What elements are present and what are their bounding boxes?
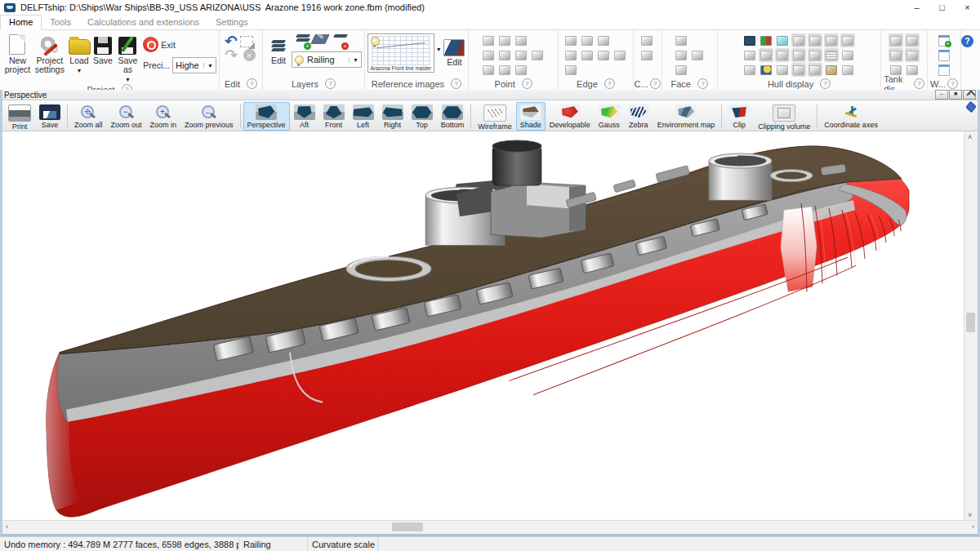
scroll-right-icon[interactable]: ›: [972, 522, 974, 531]
ribbon-tool-icon[interactable]: [937, 33, 951, 47]
group-help-icon[interactable]: ?: [697, 78, 708, 89]
gauss-button[interactable]: Gauss: [595, 102, 624, 131]
ribbon-tool-icon[interactable]: [674, 33, 688, 47]
delete-layer-icon[interactable]: ×: [332, 34, 345, 47]
zebra-button[interactable]: Zebra: [624, 102, 653, 131]
ribbon-tool-icon[interactable]: [937, 63, 951, 77]
menu-tab-home[interactable]: Home: [0, 15, 42, 30]
ribbon-tool-icon[interactable]: [742, 63, 757, 77]
group-help-icon[interactable]: ?: [604, 78, 615, 89]
vertical-scrollbar[interactable]: ˄ ˅: [964, 131, 978, 521]
save-button[interactable]: Save: [91, 32, 114, 65]
ribbon-tool-icon[interactable]: [775, 63, 790, 77]
ribbon-tool-icon[interactable]: [791, 33, 806, 47]
layer-select[interactable]: Railing ▼: [292, 51, 362, 68]
menu-tab-tools[interactable]: Tools: [42, 16, 79, 29]
ribbon-tool-icon[interactable]: [759, 63, 773, 77]
zoom-out-button[interactable]: −Zoom out: [107, 102, 146, 131]
ribbon-tool-icon[interactable]: [514, 48, 528, 62]
scroll-down-icon[interactable]: ˅: [968, 511, 972, 519]
ribbon-tool-icon[interactable]: [905, 33, 920, 47]
clipping-volume-button[interactable]: Clipping volume: [754, 102, 814, 132]
help-icon[interactable]: ?: [961, 35, 973, 47]
ribbon-tool-icon[interactable]: [674, 63, 688, 77]
ribbon-tool-icon[interactable]: [639, 48, 654, 62]
ribbon-tool-icon[interactable]: [905, 48, 920, 62]
zoom-all-button[interactable]: ✣Zoom all: [70, 102, 107, 131]
redo-icon[interactable]: ↷: [222, 48, 240, 62]
ribbon-tool-icon[interactable]: [497, 33, 512, 47]
ribbon-tool-icon[interactable]: [808, 48, 822, 62]
save-as-button[interactable]: Save as ▼: [114, 32, 142, 84]
project-settings-button[interactable]: Project settings: [33, 32, 67, 74]
ribbon-tool-icon[interactable]: [497, 48, 512, 62]
ribbon-tool-icon[interactable]: [564, 48, 578, 62]
visibility-bulb-icon[interactable]: [295, 56, 304, 64]
ribbon-tool-icon[interactable]: [808, 33, 822, 47]
ribbon-tool-icon[interactable]: [824, 48, 839, 62]
rename-layer-icon[interactable]: [310, 34, 330, 44]
environment-map-button[interactable]: Environment map: [653, 102, 719, 131]
ribbon-tool-icon[interactable]: [612, 48, 627, 62]
zoom-in-button[interactable]: +Zoom in: [146, 102, 181, 131]
top-button[interactable]: Top: [408, 102, 437, 131]
load-button[interactable]: Load ▼: [67, 32, 92, 75]
edit-layers-button[interactable]: Edit: [265, 32, 292, 65]
perspective-button[interactable]: Perspective: [243, 102, 290, 131]
delete-icon[interactable]: ×: [240, 48, 258, 62]
right-button[interactable]: Right: [378, 102, 408, 131]
ribbon-tool-icon[interactable]: [889, 33, 903, 47]
zoom-previous-button[interactable]: ←Zoom previous: [180, 102, 238, 131]
ribbon-tool-icon[interactable]: [742, 48, 757, 62]
ribbon-tool-icon[interactable]: [580, 33, 595, 47]
save-as-dropdown-arrow[interactable]: ▼: [125, 75, 131, 84]
ribbon-tool-icon[interactable]: [596, 48, 611, 62]
ribbon-tool-icon[interactable]: [824, 33, 839, 47]
ribbon-tool-icon[interactable]: [497, 63, 512, 77]
aft-button[interactable]: Aft: [290, 102, 319, 131]
save-button[interactable]: Save: [35, 102, 65, 131]
coordinate-axes-button[interactable]: Coordinate axes: [820, 102, 882, 131]
maximize-button[interactable]: □: [929, 0, 955, 15]
ribbon-tool-icon[interactable]: [937, 48, 951, 62]
wireframe-button[interactable]: Wireframe: [474, 102, 516, 132]
horizontal-scrollbar[interactable]: ‹ ›: [2, 520, 978, 534]
menu-tab-calculations-and-extensions[interactable]: Calculations and extensions: [79, 16, 207, 29]
ribbon-tool-icon[interactable]: [481, 33, 496, 47]
edit-reference-image-button[interactable]: Edit: [443, 33, 466, 67]
front-button[interactable]: Front: [319, 102, 349, 131]
ribbon-tool-icon[interactable]: [481, 48, 496, 62]
group-help-icon[interactable]: ?: [650, 78, 661, 89]
visibility-bulb-icon[interactable]: [371, 37, 380, 46]
vertical-scrollbar-thumb[interactable]: [966, 313, 975, 332]
load-dropdown-arrow[interactable]: ▼: [77, 66, 82, 75]
horizontal-scrollbar-thumb[interactable]: [392, 522, 423, 531]
group-help-icon[interactable]: ?: [247, 78, 257, 89]
select-tool-icon[interactable]: [240, 34, 256, 48]
reference-image-thumbnail[interactable]: Arazona Front line master: [368, 33, 434, 73]
new-project-button[interactable]: New project: [2, 32, 33, 74]
left-button[interactable]: Left: [349, 102, 378, 131]
ribbon-tool-icon[interactable]: [514, 63, 528, 77]
group-help-icon[interactable]: ?: [325, 78, 336, 89]
ribbon-tool-icon[interactable]: [530, 48, 545, 62]
group-help-icon[interactable]: ?: [914, 78, 924, 89]
ribbon-tool-icon[interactable]: [775, 33, 790, 47]
ribbon-tool-icon[interactable]: [759, 33, 773, 47]
panel-maximize-button[interactable]: ■: [949, 90, 962, 100]
exit-button[interactable]: Exit: [143, 37, 216, 52]
reference-image-dropdown-arrow[interactable]: ▼: [436, 47, 442, 52]
toolbar-pin-icon[interactable]: [965, 101, 977, 113]
ribbon-tool-icon[interactable]: [791, 63, 806, 77]
ribbon-tool-icon[interactable]: [775, 48, 790, 62]
viewport-3d[interactable]: [2, 131, 964, 521]
ribbon-tool-icon[interactable]: [481, 63, 496, 77]
ribbon-tool-icon[interactable]: [564, 63, 578, 77]
shade-button[interactable]: Shade: [516, 102, 546, 131]
print-button[interactable]: Print: [4, 102, 35, 132]
ribbon-tool-icon[interactable]: [639, 33, 654, 47]
ribbon-tool-icon[interactable]: [596, 33, 611, 47]
ribbon-tool-icon[interactable]: [580, 48, 595, 62]
ribbon-tool-icon[interactable]: [808, 63, 822, 77]
ribbon-tool-icon[interactable]: [840, 33, 855, 47]
